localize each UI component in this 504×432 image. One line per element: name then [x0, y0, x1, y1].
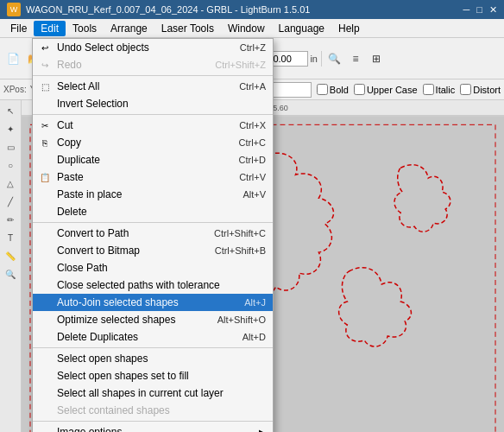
tool-node[interactable]: ✦: [2, 120, 19, 137]
tool-measure[interactable]: 📏: [2, 247, 19, 264]
copy-icon: ⎘: [38, 136, 52, 149]
menu-paste-in-place[interactable]: Paste in place Alt+V: [33, 186, 273, 203]
menu-duplicate[interactable]: Duplicate Ctrl+D: [33, 151, 273, 168]
zoom-button[interactable]: 🔍: [325, 49, 344, 68]
paste-icon: 📋: [38, 170, 52, 184]
align-button[interactable]: ⊞: [367, 49, 386, 68]
uppercase-checkbox-label: Upper Case: [354, 84, 418, 95]
menu-select-all-layer[interactable]: Select all shapes in current cut layer: [33, 384, 273, 402]
menu-sep-4: [33, 347, 273, 348]
convert-path-icon: [38, 226, 52, 240]
menu-language[interactable]: Language: [272, 21, 331, 36]
tool-polygon[interactable]: △: [2, 175, 19, 192]
toolbar-separator-3: [321, 51, 322, 67]
optimize-icon: [38, 313, 52, 327]
left-toolbar: ↖ ✦ ▭ ○ △ ╱ ✏ T 📏 🔍: [0, 100, 22, 432]
menu-delete-dupes[interactable]: Delete Duplicates Alt+D: [33, 328, 273, 346]
tool-zoom[interactable]: 🔍: [2, 265, 19, 283]
menu-select-contained: Select contained shapes: [33, 402, 273, 419]
menu-select-open-fill[interactable]: Select open shapes set to fill: [33, 367, 273, 384]
bold-checkbox[interactable]: [317, 84, 328, 95]
menu-select-open[interactable]: Select open shapes: [33, 350, 273, 367]
menu-cut[interactable]: ✂ Cut Ctrl+X: [33, 117, 273, 134]
tool-pen[interactable]: ✏: [2, 211, 19, 228]
tool-ellipse[interactable]: ○: [2, 156, 19, 174]
select-open-icon: [38, 352, 52, 365]
menu-tools[interactable]: Tools: [66, 21, 104, 36]
menu-copy[interactable]: ⎘ Copy Ctrl+C: [33, 134, 273, 151]
menu-laser-tools[interactable]: Laser Tools: [154, 21, 221, 36]
paste-place-icon: [38, 187, 52, 201]
bold-checkbox-label: Bold: [317, 84, 349, 95]
distort-checkbox[interactable]: [460, 84, 471, 95]
menu-auto-join[interactable]: Auto-Join selected shapes Alt+J: [33, 294, 273, 311]
undo-icon: ↩: [38, 41, 52, 54]
select-contained-icon: [38, 403, 52, 417]
menu-bar: File Edit Tools Arrange Laser Tools Wind…: [0, 19, 504, 38]
tool-line[interactable]: ╱: [2, 193, 19, 210]
close-selected-icon: [38, 278, 52, 292]
duplicate-icon: [38, 153, 52, 167]
invert-icon: [38, 97, 52, 111]
menu-invert-selection[interactable]: Invert Selection: [33, 95, 273, 112]
new-button[interactable]: 📄: [3, 49, 22, 68]
menu-sep-3: [33, 222, 273, 223]
tool-select[interactable]: ↖: [2, 102, 19, 119]
menu-optimize[interactable]: Optimize selected shapes Alt+Shift+O: [33, 311, 273, 328]
italic-checkbox[interactable]: [423, 84, 434, 95]
menu-edit[interactable]: Edit: [34, 21, 66, 36]
menu-sep-5: [33, 421, 273, 422]
close-button[interactable]: ✕: [489, 4, 497, 16]
rotate-unit: in: [310, 54, 318, 64]
menu-redo: ↪ Redo Ctrl+Shift+Z: [33, 56, 273, 73]
layers-button[interactable]: ≡: [346, 49, 365, 68]
menu-image-options[interactable]: Image options ▶: [33, 423, 273, 432]
tool-rect[interactable]: ▭: [2, 138, 19, 156]
italic-checkbox-label: Italic: [423, 84, 456, 95]
title-bar: W WAGON_RRU_Kerf_0.007_04_06_2024 - GRBL…: [0, 0, 504, 19]
select-all-icon: ⬚: [38, 79, 52, 93]
maximize-button[interactable]: □: [476, 4, 482, 16]
image-options-icon: [38, 425, 52, 432]
uppercase-checkbox[interactable]: [354, 84, 365, 95]
select-layer-icon: [38, 386, 52, 400]
minimize-button[interactable]: ─: [463, 4, 470, 16]
edit-dropdown-menu: ↩ Undo Select objects Ctrl+Z ↪ Redo Ctrl…: [32, 38, 274, 432]
menu-sep-2: [33, 114, 273, 115]
menu-delete[interactable]: Delete: [33, 203, 273, 220]
redo-icon: ↪: [38, 58, 52, 72]
menu-undo[interactable]: ↩ Undo Select objects Ctrl+Z: [33, 39, 273, 56]
tool-text[interactable]: T: [2, 229, 19, 246]
menu-arrange[interactable]: Arrange: [104, 21, 154, 36]
cut-icon: ✂: [38, 118, 52, 132]
menu-select-all[interactable]: ⬚ Select All Ctrl+A: [33, 78, 273, 95]
delete-icon: [38, 205, 52, 219]
distort-checkbox-label: Distort: [460, 84, 501, 95]
menu-sep-1: [33, 75, 273, 76]
title-text: WAGON_RRU_Kerf_0.007_04_06_2024 - GRBL -…: [26, 4, 310, 15]
delete-dupes-icon: [38, 330, 52, 344]
menu-convert-bitmap[interactable]: Convert to Bitmap Ctrl+Shift+B: [33, 242, 273, 259]
rotate-input[interactable]: [269, 51, 308, 67]
select-open-fill-icon: [38, 369, 52, 383]
xpos-label: XPos:: [3, 85, 27, 94]
close-path-icon: [38, 261, 52, 275]
menu-window[interactable]: Window: [221, 21, 272, 36]
convert-bitmap-icon: [38, 244, 52, 257]
menu-help[interactable]: Help: [331, 21, 367, 36]
menu-convert-path[interactable]: Convert to Path Ctrl+Shift+C: [33, 225, 273, 242]
title-icon: W: [7, 3, 21, 16]
menu-paste[interactable]: 📋 Paste Ctrl+V: [33, 168, 273, 186]
menu-file[interactable]: File: [3, 21, 34, 36]
menu-close-selected[interactable]: Close selected paths with tolerance: [33, 276, 273, 294]
menu-close-path[interactable]: Close Path: [33, 259, 273, 276]
auto-join-icon: [38, 295, 52, 309]
